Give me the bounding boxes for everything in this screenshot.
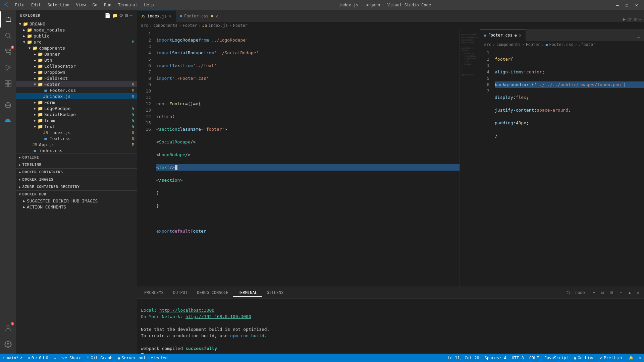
tab-output[interactable]: OUTPUT [168,289,192,297]
activity-search[interactable] [0,27,16,44]
more-actions-icon[interactable]: ⋯ [130,13,133,18]
action-comments[interactable]: ▶ ACTION COMMENTS [16,204,137,210]
tree-item-organo[interactable]: ▼ 📁 ORGANO [16,21,137,27]
activity-explorer[interactable] [0,11,16,27]
tab-footer-css[interactable]: ◼ Footer.css ● ✕ [176,10,222,22]
activity-extensions[interactable] [0,76,16,92]
refresh-icon[interactable]: ⟳ [119,13,124,18]
tree-item-indexcss[interactable]: ◼ index.css [16,147,137,154]
tab-debug-console[interactable]: DEBUG CONSOLE [192,289,233,297]
tree-item-btn[interactable]: ▶ 📁 Btn [16,57,137,63]
js-code-content[interactable]: import LogoRodape from '../LogoRodape' i… [154,29,460,287]
tree-item-collaborator[interactable]: ▶ 📁 Collaborator [16,63,137,69]
tab-gitlens[interactable]: GITLENS [262,289,288,297]
activity-source-control[interactable]: 1 [0,44,16,60]
tree-item-footer-index[interactable]: JS index.js U [16,93,137,99]
window-controls[interactable]: — ❐ ✕ [613,2,641,8]
tree-item-team[interactable]: ▶ 📁 Team G [16,117,137,123]
menu-bar[interactable]: File Edit Selection View Go Run Terminal… [12,2,157,8]
menu-terminal[interactable]: Terminal [115,2,140,8]
status-notifications[interactable]: 🔔 [626,356,636,360]
tree-item-logorodape[interactable]: ▶ 📁 LogoRodape G [16,105,137,111]
tab-index-js-close[interactable]: ✕ [169,13,171,19]
docker-images-header[interactable]: ▶ DOCKER IMAGES [16,176,137,183]
css-code-content[interactable]: footer { align-items: center; background… [492,48,644,287]
sidebar-header-actions[interactable]: 📄 📁 ⟳ ⊟ ⋯ [105,13,133,18]
tree-item-public[interactable]: ▶ 📁 public [16,33,137,39]
editor-more-icon[interactable]: ⋯ [639,16,641,22]
tree-item-banner[interactable]: ▶ 📁 Banner [16,51,137,57]
add-terminal-icon[interactable]: + [591,290,597,296]
tab-terminal[interactable]: TERMINAL [233,289,262,297]
activity-run-debug[interactable] [0,60,16,76]
tab-problems[interactable]: PROBLEMS [140,289,168,297]
terminal-more-icon[interactable]: ⋯ [618,290,624,296]
menu-file[interactable]: File [12,2,27,8]
tab-index-js[interactable]: JS index.js ✕ [137,10,176,22]
css-tab-close[interactable]: ✕ [519,33,522,38]
tree-item-text-css[interactable]: ◼ Text.css U [16,135,137,141]
tree-item-dropdown[interactable]: ▶ 📁 Dropdown [16,69,137,75]
css-editor[interactable]: ◼ Footer.css ● ✕ ⋯ src › components › Fo… [480,29,644,287]
tree-item-text-index[interactable]: JS index.js U [16,129,137,135]
activity-remote-explorer[interactable] [0,97,16,113]
status-gitgraph[interactable]: ⑂ Git Graph [84,354,115,362]
docker-containers-header[interactable]: ▶ DOCKER CONTAINERS [16,169,137,176]
status-liveshare[interactable]: ↗ Live Share [51,354,84,362]
collapse-all-icon[interactable]: ⊟ [125,13,128,18]
window-minimize[interactable]: — [613,2,622,8]
tree-item-src[interactable]: ▼ 📁 src M [16,39,137,45]
status-language[interactable]: JavaScript [542,356,571,360]
activity-docker[interactable] [0,113,16,129]
activity-accounts[interactable]: ! [0,320,16,336]
tree-item-node-modules[interactable]: ▶ 📁 node_modules [16,27,137,33]
status-position[interactable]: Ln 11, Col 20 [445,356,482,360]
suggested-docker-hub-images[interactable]: ▶ SUGGESTED DOCKER HUB IMAGES [16,198,137,204]
menu-run[interactable]: Run [101,2,114,8]
status-prettier[interactable]: ✓ Prettier [597,356,626,360]
status-go-live[interactable]: ◉ Go Live [571,356,597,360]
terminal-content[interactable]: Local: http://localhost:3000 On Your Net… [137,299,644,354]
tree-item-socialrodape[interactable]: ▶ 📁 SocialRodape G [16,111,137,117]
split-editor-icon[interactable]: ⊞ [634,16,636,22]
new-file-icon[interactable]: 📄 [105,13,111,18]
tree-item-fieldtext[interactable]: ▶ 📁 FieldText [16,75,137,81]
status-spaces[interactable]: Spaces: 4 [482,356,509,360]
split-terminal-icon[interactable]: ⊟ [599,290,606,296]
run-code-icon[interactable]: ▶ [623,16,626,22]
tree-item-components[interactable]: ▼ 📁 components [16,45,137,51]
maximize-panel-icon[interactable]: ▲ [627,290,633,296]
outline-header[interactable]: ▶ OUTLINE [16,154,137,161]
menu-edit[interactable]: Edit [29,2,44,8]
status-branch[interactable]: ⚡ main* ↺ [0,354,25,362]
window-maximize[interactable]: ❐ [623,2,631,8]
status-server[interactable]: ◉ Server not selected [115,354,170,362]
tree-item-form[interactable]: ▶ 📁 Form [16,99,137,105]
css-more-icon[interactable]: ⋯ [636,34,641,41]
window-close[interactable]: ✕ [633,2,641,8]
azure-container-registry-header[interactable]: ▶ AZURE CONTAINER REGISTRY [16,183,137,190]
docker-hub-header[interactable]: ▼ DOCKER HUB [16,191,137,198]
tree-item-text[interactable]: ▼ 📁 Text G [16,123,137,129]
menu-selection[interactable]: Selection [45,2,72,8]
tree-item-appjs[interactable]: JS App.js M [16,141,137,147]
js-editor[interactable]: 1 2 3 4 5 6 7 8 9 10 11 12 13 14 15 16 [137,29,480,287]
kill-terminal-icon[interactable]: 🗑 [608,290,616,296]
tree-item-footer-css[interactable]: ◼ Footer.css U [16,87,137,93]
menu-view[interactable]: View [73,2,89,8]
css-editor-content[interactable]: 1 2 3 4 5 6 7 footer { align-items: cent… [480,48,644,287]
new-folder-icon[interactable]: 📁 [112,13,118,18]
status-encoding[interactable]: UTF-8 [509,356,527,360]
status-feedback[interactable]: ✉ [636,356,644,360]
status-eol[interactable]: CRLF [527,356,542,360]
close-panel-icon[interactable]: ✕ [635,290,641,296]
activity-settings[interactable] [0,336,16,352]
timeline-header[interactable]: ▶ TIMELINE [16,161,137,168]
menu-help[interactable]: Help [142,2,157,8]
tab-footer-css-close[interactable]: ✕ [215,13,218,19]
tree-item-footer[interactable]: ▼ 📁 Footer U [16,81,137,87]
open-changes-icon[interactable]: ⟳ [628,16,632,22]
tab-footer-css-right[interactable]: ◼ Footer.css ● ✕ [480,29,526,41]
menu-go[interactable]: Go [90,2,100,8]
status-errors[interactable]: ⊘ 0 ⚠ 0 ℹ 0 [25,354,51,362]
